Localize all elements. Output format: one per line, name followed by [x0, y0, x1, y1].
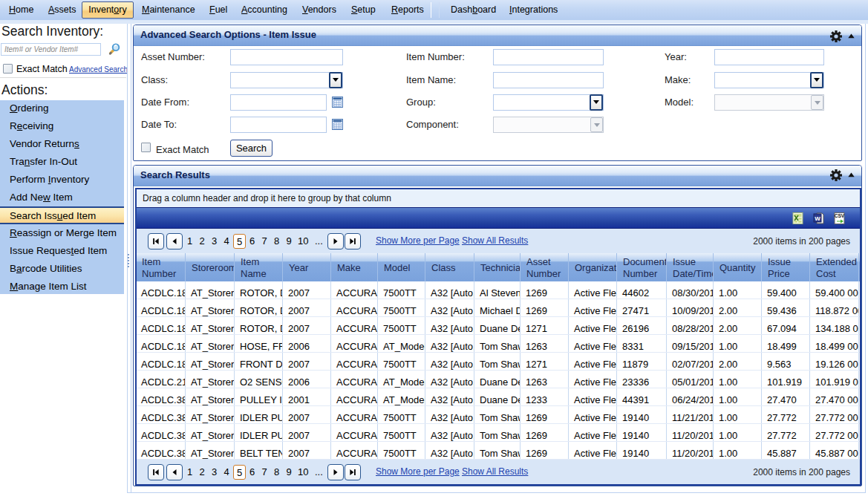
svg-text:W: W: [815, 215, 820, 222]
svg-text:CSV: CSV: [835, 213, 845, 218]
